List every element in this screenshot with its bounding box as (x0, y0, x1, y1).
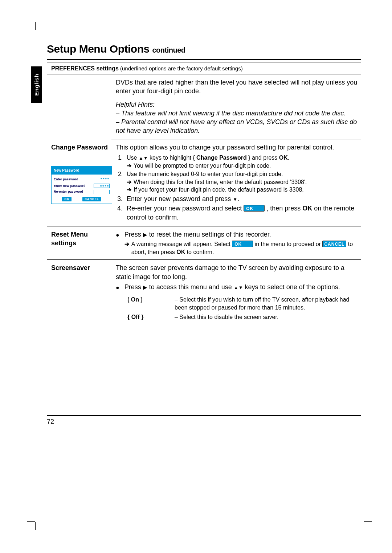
down-icon (143, 155, 148, 161)
result-arrow-icon (127, 162, 131, 170)
option-off-desc: – Select this to disable the screen save… (173, 312, 360, 322)
up-icon (139, 155, 143, 161)
screensaver-intro: The screen saver prevents damage to the … (116, 263, 360, 281)
result-arrow-icon (127, 186, 131, 194)
t: } and press (247, 155, 279, 161)
t: to confirm. (185, 249, 214, 255)
screensaver-desc: The screen saver prevents damage to the … (111, 260, 361, 416)
hints-label: Helpful Hints: (116, 100, 360, 109)
result-arrow-icon (124, 240, 129, 256)
preferences-header: PREFERENCES settings (underlined options… (47, 62, 361, 74)
bullet-icon: ● (116, 231, 119, 257)
hint-1: – This feature will not limit viewing if… (116, 109, 360, 118)
parental-desc: DVDs that are rated higher than the leve… (111, 74, 361, 139)
t: in the menu to proceed or (253, 241, 322, 247)
dialog-ok-button[interactable]: OK (62, 197, 72, 202)
right-icon (143, 283, 147, 291)
down-icon (238, 283, 243, 291)
change-password-label-cell: Change Password New Password Enter passw… (47, 139, 111, 226)
t: Re-enter your new password and select (127, 205, 244, 212)
t: , then press (265, 205, 302, 212)
parental-label-empty (47, 74, 111, 139)
page-number: 72 (47, 418, 361, 426)
bullet-icon: ● (116, 284, 119, 292)
down-icon (233, 195, 237, 202)
ok-button-graphic: OK (232, 241, 253, 247)
cancel-button-graphic: CANCEL (322, 241, 346, 247)
t: to access this menu and use (147, 283, 234, 291)
result-arrow-icon (127, 178, 131, 186)
preferences-header-note: (underlined options are the factory defa… (119, 65, 243, 71)
t: If you forget your four-digit pin code, … (134, 186, 304, 194)
step-3: Enter your new password and press . (124, 194, 360, 203)
option-on-label: { On } (126, 295, 173, 312)
step-2: Use the numeric keypad 0-9 to enter your… (124, 170, 360, 194)
reset-menu-label: Reset Menu settings (47, 226, 111, 260)
step-4: Re-enter your new password and select OK… (124, 204, 360, 222)
t: Use (127, 155, 139, 161)
t: OK (176, 249, 185, 255)
t: . (288, 155, 289, 161)
t: keys to select one of the options. (243, 283, 340, 291)
option-on-desc: – Select this if you wish to turn off th… (173, 295, 360, 312)
t: You will be prompted to enter your four-… (134, 162, 271, 170)
t: OK (279, 155, 288, 161)
settings-table: DVDs that are rated higher than the leve… (47, 74, 361, 416)
t: OK (302, 205, 312, 212)
t: Enter your new password and press (127, 195, 233, 202)
dialog-row1: Enter password (54, 176, 91, 183)
password-dialog-figure: New Password Enter password**** Enter ne… (51, 166, 112, 204)
dialog-title: New Password (52, 167, 112, 175)
t: keys to highlight { (148, 155, 196, 161)
preferences-header-bold: PREFERENCES settings (51, 65, 119, 71)
t: A warning message will appear. Select (131, 241, 232, 247)
dialog-row2: Enter new password (54, 183, 91, 189)
t: . (237, 195, 239, 202)
screensaver-label: Screensaver (47, 260, 111, 416)
change-password-desc: This option allows you to change your pa… (111, 139, 361, 226)
t: On (131, 296, 139, 303)
option-off-label: { Off } (126, 312, 173, 322)
hint-2: – Parental control will not have any eff… (116, 118, 360, 135)
t: Press (124, 231, 143, 238)
up-icon (234, 283, 238, 291)
page-title: Setup Menu Options continued (47, 43, 361, 55)
title-continued: continued (152, 46, 185, 54)
t: Use the numeric keypad 0-9 to enter your… (127, 171, 283, 177)
change-password-label: Change Password (51, 144, 108, 151)
t: When doing this for the first time, ente… (134, 178, 307, 186)
t: to reset the menu settings of this recor… (147, 231, 271, 238)
t: Press (124, 283, 143, 291)
right-icon (143, 231, 147, 238)
change-password-intro: This option allows you to change your pa… (116, 143, 360, 152)
helpful-hints: Helpful Hints: – This feature will not l… (116, 100, 360, 135)
ok-button-graphic: OK (244, 205, 265, 212)
divider-double (47, 59, 361, 62)
dialog-row3: Re-enter password (54, 189, 91, 195)
t: { Off } (127, 314, 143, 320)
parental-line1: DVDs that are rated higher than the leve… (116, 78, 360, 96)
reset-menu-desc: ● Press to reset the menu settings of th… (111, 226, 361, 260)
language-tab: English (31, 66, 42, 103)
dialog-cancel-button[interactable]: CANCEL (82, 197, 101, 202)
step-1: Use keys to highlight { Change Password … (124, 154, 360, 169)
t: Change Password (196, 155, 247, 161)
title-main: Setup Menu Options (47, 43, 150, 55)
